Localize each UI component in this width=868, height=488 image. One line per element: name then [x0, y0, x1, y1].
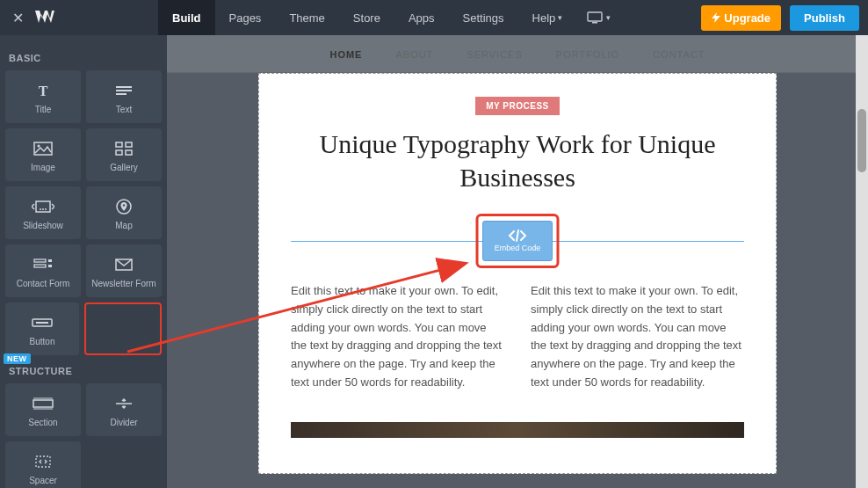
element-sidebar: BASIC T Title Text Image Gallery [0, 35, 167, 488]
top-bar: ✕ Build Pages Theme Store Apps Settings … [0, 0, 868, 35]
svg-rect-19 [48, 259, 52, 262]
weebly-logo-icon [35, 11, 70, 25]
svg-rect-10 [116, 150, 122, 155]
tool-gallery[interactable]: Gallery [86, 128, 162, 181]
contact-form-icon [33, 254, 53, 275]
slideshow-icon [32, 196, 54, 217]
divider-icon [114, 393, 134, 414]
tool-empty-slot[interactable] [84, 302, 162, 355]
scrollbar[interactable] [856, 35, 868, 488]
section-label-basic: BASIC [9, 53, 158, 63]
tool-text[interactable]: Text [86, 70, 162, 123]
chevron-down-icon: ▾ [606, 13, 611, 22]
close-icon[interactable]: ✕ [0, 10, 35, 26]
svg-rect-8 [116, 142, 122, 147]
section-icon [33, 393, 54, 414]
embed-code-chip[interactable]: Embed Code [482, 221, 553, 261]
chevron-down-icon: ▾ [558, 13, 562, 22]
tool-newsletter-form[interactable]: Newsletter Form [86, 244, 162, 297]
tool-section[interactable]: Section [5, 383, 81, 436]
tool-divider[interactable]: Divider [86, 383, 162, 436]
editor-canvas: HOME ABOUT SERVICES PORTFOLIO CONTACT MY… [167, 35, 868, 488]
tool-spacer[interactable]: Spacer [5, 441, 81, 488]
svg-point-7 [38, 144, 40, 147]
nav-settings[interactable]: Settings [449, 0, 518, 35]
section-label-structure: NEW STRUCTURE [9, 366, 158, 376]
svg-rect-11 [126, 150, 132, 155]
desktop-icon [587, 11, 603, 24]
site-nav-home[interactable]: HOME [329, 49, 362, 60]
site-nav-services[interactable]: SERVICES [467, 49, 522, 60]
svg-point-17 [123, 204, 125, 206]
tool-slideshow[interactable]: Slideshow [5, 186, 81, 239]
page-sheet[interactable]: MY PROCESS Unique Typography Work for Un… [258, 73, 777, 474]
svg-rect-25 [33, 400, 53, 407]
text-column-left[interactable]: Edit this text to make it your own. To e… [291, 282, 504, 392]
device-selector[interactable]: ▾ [587, 11, 611, 24]
image-icon [33, 138, 53, 159]
scrollbar-thumb[interactable] [857, 109, 866, 172]
nav-help[interactable]: Help▾ [518, 0, 577, 35]
svg-point-14 [42, 208, 44, 210]
tool-map[interactable]: Map [86, 186, 162, 239]
nav-apps[interactable]: Apps [394, 0, 449, 35]
site-nav-portfolio[interactable]: PORTFOLIO [556, 49, 619, 60]
svg-point-13 [40, 208, 41, 210]
site-nav-contact[interactable]: CONTACT [653, 49, 705, 60]
site-nav: HOME ABOUT SERVICES PORTFOLIO CONTACT [167, 35, 868, 73]
svg-rect-21 [48, 265, 52, 267]
nav-build[interactable]: Build [158, 0, 215, 35]
svg-rect-18 [34, 259, 46, 262]
svg-rect-0 [588, 12, 602, 21]
publish-button[interactable]: Publish [790, 5, 859, 31]
nav-theme[interactable]: Theme [275, 0, 338, 35]
tool-title[interactable]: T Title [5, 70, 81, 123]
tool-button[interactable]: Button [5, 302, 79, 355]
nav-pages[interactable]: Pages [215, 0, 276, 35]
svg-rect-29 [36, 456, 50, 467]
tool-empty [86, 441, 162, 488]
svg-rect-20 [34, 265, 46, 267]
site-nav-about[interactable]: ABOUT [395, 49, 433, 60]
svg-point-15 [45, 208, 47, 210]
newsletter-icon [115, 254, 133, 275]
button-icon [32, 312, 53, 333]
lightning-icon [712, 12, 720, 23]
map-icon [116, 196, 132, 217]
svg-text:T: T [39, 84, 48, 98]
text-icon [114, 80, 134, 101]
tool-image[interactable]: Image [5, 128, 81, 181]
new-badge: NEW [4, 353, 31, 364]
svg-rect-9 [126, 142, 132, 147]
gallery-icon [115, 138, 133, 159]
section-tag[interactable]: MY PROCESS [475, 97, 560, 115]
text-column-right[interactable]: Edit this text to make it your own. To e… [531, 282, 744, 392]
tool-contact-form[interactable]: Contact Form [5, 244, 81, 297]
main-nav: Build Pages Theme Store Apps Settings He… [158, 0, 576, 35]
svg-rect-12 [36, 201, 50, 212]
nav-store[interactable]: Store [339, 0, 394, 35]
svg-rect-24 [36, 322, 48, 324]
spacer-icon [34, 451, 52, 472]
code-icon [508, 229, 527, 242]
upgrade-button[interactable]: Upgrade [701, 5, 781, 31]
drop-zone: Embed Code [291, 216, 744, 265]
image-placeholder[interactable] [291, 422, 744, 438]
headline-text[interactable]: Unique Typography Work for Unique Busine… [291, 127, 744, 193]
svg-rect-1 [592, 22, 597, 24]
title-icon: T [34, 80, 52, 101]
